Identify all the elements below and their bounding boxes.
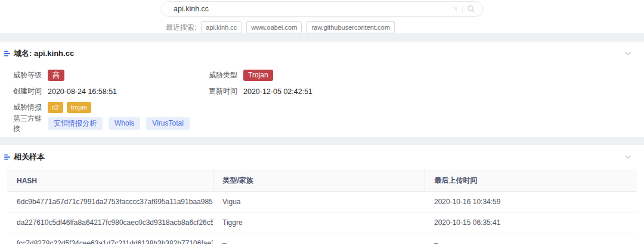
samples-panel-header: 相关样本 xyxy=(0,145,644,162)
table-row: 6dc9b4771a67d71c7991da2753facccc37af695a… xyxy=(7,192,637,212)
family-cell: – xyxy=(213,233,425,244)
samples-table: HASH 类型/家族 最后上传时间 6dc9b4771a67d71c7991da… xyxy=(7,170,637,244)
domain-fields-left: 威胁等级 高 创建时间 2020-08-24 16:58:51 威胁情报 c2 … xyxy=(0,67,209,132)
samples-panel: 相关样本 HASH 类型/家族 最后上传时间 6dc9b4771a67d71c7… xyxy=(0,145,644,243)
family-cell: Tiggre xyxy=(213,212,425,233)
domain-fields: 威胁等级 高 创建时间 2020-08-24 16:58:51 威胁情报 c2 … xyxy=(0,67,644,132)
whois-link[interactable]: Whois xyxy=(109,117,140,130)
hash-cell: 6dc9b4771a67d71c7991da2753facccc37af695a… xyxy=(7,192,213,212)
divider-band xyxy=(0,137,644,145)
last-upload-cell: 2020-10-16 10:34:59 xyxy=(425,192,637,212)
family-cell: Vigua xyxy=(213,192,425,212)
field-label: 威胁等级 xyxy=(13,70,48,80)
recent-search-chip[interactable]: raw.githubusercontent.com xyxy=(306,21,394,33)
field-updated-time: 更新时间 2020-12-05 02:42:51 xyxy=(209,83,644,99)
hash-cell: da227610c5df46ffa8a64217fc980caec0c3d931… xyxy=(7,212,213,233)
domain-fields-right: 威胁类型 Trojan 更新时间 2020-12-05 02:42:51 xyxy=(209,67,644,132)
domain-panel-title: 域名: api.kinh.cc xyxy=(14,48,74,59)
intel-tag: trojan xyxy=(67,102,92,112)
section-list-icon xyxy=(4,154,11,161)
field-label: 更新时间 xyxy=(209,86,243,96)
chevron-down-icon[interactable] xyxy=(624,153,632,161)
field-threat-type: 威胁类型 Trojan xyxy=(209,67,644,83)
samples-panel-title: 相关样本 xyxy=(14,152,45,162)
clear-icon[interactable]: × xyxy=(454,5,458,12)
column-header-last-upload: 最后上传时间 xyxy=(425,170,637,192)
page: api.kinh.cc × 最近搜索: api.kinh.cc www.oabe… xyxy=(0,0,644,244)
anheng-intel-link[interactable]: 安恒情报分析 xyxy=(48,117,103,130)
hash-cell: fcc7d8278c22d5f34cee63a1d7c211dd6138b3b3… xyxy=(7,233,213,244)
column-header-family: 类型/家族 xyxy=(213,170,425,192)
recent-search-chip[interactable]: www.oabei.com xyxy=(246,21,302,33)
field-label: 威胁类型 xyxy=(209,70,243,80)
table-row: fcc7d8278c22d5f34cee63a1d7c211dd6138b3b3… xyxy=(7,233,637,244)
section-list-icon xyxy=(4,50,11,57)
recent-searches: 最近搜索: api.kinh.cc www.oabei.com raw.gith… xyxy=(166,21,395,33)
domain-panel: 域名: api.kinh.cc 威胁等级 高 创建时间 2020-08-24 1… xyxy=(0,42,644,137)
threat-type-badge: Trojan xyxy=(243,70,273,81)
chevron-down-icon[interactable] xyxy=(624,49,632,58)
recent-search-label: 最近搜索: xyxy=(166,23,196,33)
search-area: api.kinh.cc × 最近搜索: api.kinh.cc www.oabe… xyxy=(0,0,644,33)
domain-panel-header: 域名: api.kinh.cc xyxy=(0,42,644,59)
search-divider xyxy=(462,5,463,12)
search-icon[interactable] xyxy=(467,5,475,13)
field-third-party-links: 第三方链接 安恒情报分析 Whois VirusTotal xyxy=(13,115,209,132)
created-time-value: 2020-08-24 16:58:51 xyxy=(48,87,117,96)
table-header-row: HASH 类型/家族 最后上传时间 xyxy=(7,170,637,192)
table-row: da227610c5df46ffa8a64217fc980caec0c3d931… xyxy=(7,212,637,233)
virustotal-link[interactable]: VirusTotal xyxy=(146,117,189,130)
field-label: 创建时间 xyxy=(13,86,48,96)
search-input[interactable]: api.kinh.cc xyxy=(174,5,209,13)
threat-level-badge: 高 xyxy=(48,70,64,81)
search-bar[interactable]: api.kinh.cc × xyxy=(161,1,483,17)
updated-time-value: 2020-12-05 02:42:51 xyxy=(243,87,312,96)
divider-band xyxy=(0,33,644,42)
field-label: 威胁情报 xyxy=(13,102,48,112)
field-label: 第三方链接 xyxy=(13,114,48,134)
field-threat-level: 威胁等级 高 xyxy=(13,67,209,83)
last-upload-cell: 2020-10-15 06:35:41 xyxy=(425,212,637,233)
search-bar-actions: × xyxy=(454,5,475,13)
column-header-hash: HASH xyxy=(7,170,213,192)
field-created-time: 创建时间 2020-08-24 16:58:51 xyxy=(13,83,209,99)
last-upload-cell: – xyxy=(425,233,637,244)
recent-search-chip[interactable]: api.kinh.cc xyxy=(201,21,242,33)
intel-tag: c2 xyxy=(48,102,63,112)
